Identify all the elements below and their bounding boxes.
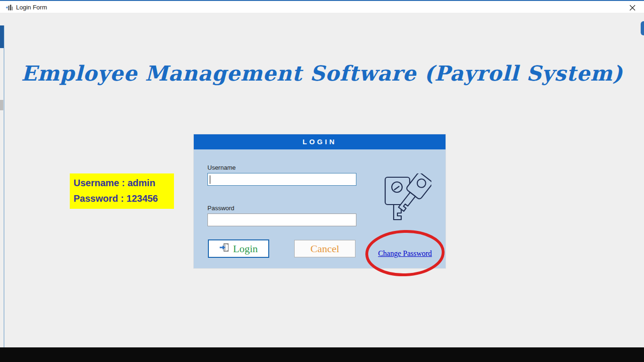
login-panel-header: LOGIN	[194, 134, 446, 149]
background-window-edge-right	[641, 21, 644, 35]
password-label: Password	[207, 205, 234, 212]
username-label: Username	[207, 164, 236, 171]
username-input[interactable]	[207, 173, 356, 186]
login-button[interactable]: Login	[208, 239, 269, 258]
background-window-handle	[0, 100, 3, 110]
cancel-button[interactable]: Cancel	[294, 240, 355, 257]
hint-password: Password : 123456	[74, 191, 170, 206]
background-window-edge	[0, 25, 4, 48]
keys-icon	[379, 173, 431, 222]
window-title: Login Form	[16, 4, 47, 11]
window-client-area: Employee Management Software (Payroll Sy…	[0, 13, 644, 347]
app-window-icon	[6, 4, 13, 11]
page-title: Employee Management Software (Payroll Sy…	[0, 61, 644, 85]
login-door-icon	[219, 242, 230, 255]
password-input[interactable]	[207, 214, 356, 226]
window-titlebar: Login Form	[0, 0, 644, 13]
login-button-label: Login	[233, 243, 258, 255]
close-icon[interactable]	[627, 3, 637, 12]
highlight-circle	[363, 228, 446, 279]
taskbar: W C X Ai	[0, 347, 644, 362]
window-border-left	[4, 25, 4, 360]
credentials-hint-box: Username : admin Password : 123456	[70, 173, 174, 209]
hint-username: Username : admin	[74, 175, 170, 191]
text-caret	[210, 175, 210, 184]
